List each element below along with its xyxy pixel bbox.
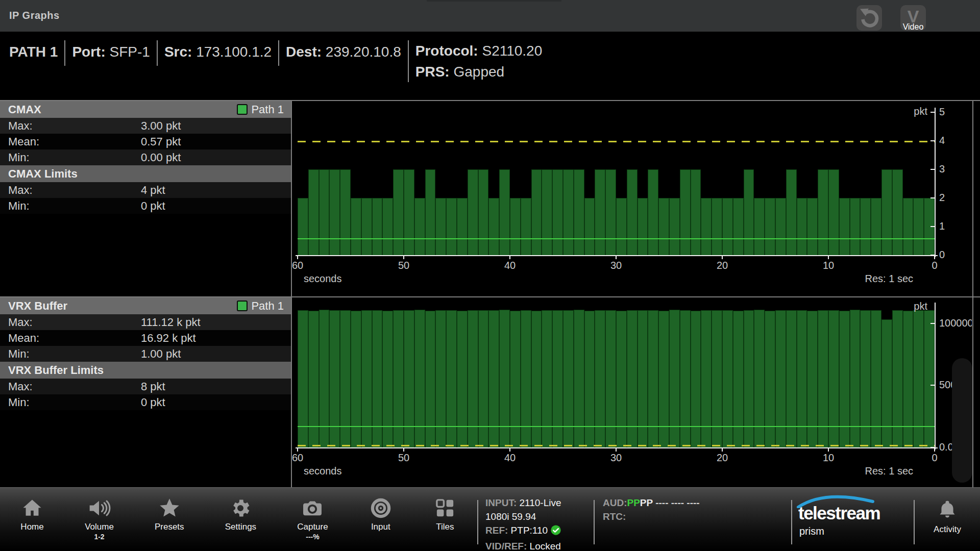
- bar: [828, 169, 839, 255]
- x-tick: [934, 256, 935, 259]
- resolution-label: Res: 1 sec: [853, 465, 913, 477]
- stat-row: Min:0.00 pkt: [0, 149, 291, 165]
- bar: [298, 198, 308, 255]
- stat-label: Min:: [8, 151, 30, 164]
- toolbar-item-capture[interactable]: Capture---%: [297, 497, 328, 551]
- x-tick: [509, 256, 510, 259]
- y-tick-label: 2: [939, 192, 972, 204]
- video-button-label: Video: [903, 22, 924, 32]
- toolbar-item-home[interactable]: Home: [20, 497, 44, 551]
- ref-value: PTP:110: [511, 525, 548, 536]
- path-tag-label: Path 1: [251, 297, 284, 314]
- y-axis: [935, 108, 936, 257]
- bar: [468, 169, 478, 255]
- cmax-tile[interactable]: CMAX Path 1 Max:3.00 pkt Mean:0.57 pkt M…: [0, 101, 980, 297]
- bottom-toolbar: HomeVolume1-2PresetsSettingsCapture---%I…: [0, 487, 980, 551]
- y-tick-label: 1: [939, 220, 972, 232]
- prs-value: Gapped: [453, 64, 504, 80]
- video-button[interactable]: V Video: [900, 5, 926, 31]
- stat-value: 0.57 pkt: [141, 134, 181, 149]
- stat-label: Min:: [8, 396, 30, 409]
- toolbar-item-tiles[interactable]: Tiles: [433, 497, 457, 551]
- scrollbar-thumb[interactable]: [952, 358, 972, 483]
- vrx-buffer-chart[interactable]: 100000.050000.00.0pkt6050403020100second…: [292, 297, 980, 487]
- stat-value: 8 pkt: [141, 379, 165, 394]
- x-tick: [403, 448, 404, 452]
- x-axis: [296, 255, 938, 256]
- toolbar-item-presets[interactable]: Presets: [155, 497, 184, 551]
- bar: [691, 169, 701, 255]
- toolbar-item-label: Volume: [85, 522, 114, 532]
- x-tick-label: 60: [292, 260, 313, 271]
- x-axis-title: seconds: [304, 273, 342, 285]
- x-tick: [403, 256, 404, 259]
- y-tick: [930, 323, 935, 324]
- prs-label: PRS:: [415, 64, 450, 80]
- vrx-title: VRX Buffer: [8, 297, 67, 314]
- stat-value: 0 pkt: [141, 198, 165, 214]
- x-tick: [828, 448, 829, 452]
- stat-label: Mean:: [8, 332, 39, 344]
- stat-value: 1.00 pkt: [141, 346, 181, 362]
- stat-row: Mean:0.57 pkt: [0, 134, 291, 149]
- y-tick: [930, 197, 935, 198]
- toolbar-item-sublabel: 1-2: [85, 533, 114, 541]
- toolbar-item-volume[interactable]: Volume1-2: [85, 497, 114, 551]
- x-tick-label: 10: [813, 260, 844, 271]
- aud-line: AUD:PPPP ---- ---- ----: [603, 496, 786, 510]
- reset-icon: [856, 23, 882, 32]
- x-tick-label: 30: [601, 260, 631, 271]
- bar: [818, 169, 828, 255]
- cmax-stats-panel: CMAX Path 1 Max:3.00 pkt Mean:0.57 pkt M…: [0, 101, 292, 296]
- stat-row: Max:3.00 pkt: [0, 118, 291, 134]
- capture-icon: [297, 497, 328, 520]
- bar: [712, 198, 722, 255]
- telestream-logo: telestream prism: [792, 488, 914, 551]
- bar: [605, 169, 616, 255]
- x-tick: [297, 256, 298, 259]
- titlebar-notch: [427, 0, 561, 2]
- y-tick: [930, 169, 935, 170]
- stat-value: 111.12 k pkt: [141, 314, 201, 330]
- bar: [701, 198, 712, 255]
- content-area: CMAX Path 1 Max:3.00 pkt Mean:0.57 pkt M…: [0, 100, 980, 488]
- y-tick-label: 3: [939, 163, 972, 175]
- path-status-icon: [237, 300, 248, 311]
- bar: [765, 198, 775, 255]
- unit-label: pkt: [889, 106, 927, 117]
- x-tick-label: 40: [495, 260, 525, 271]
- toolbar-item-label: Presets: [155, 522, 184, 532]
- vrx-buffer-tile[interactable]: VRX Buffer Path 1 Max:111.12 k pkt Mean:…: [0, 297, 980, 488]
- y-tick: [930, 140, 935, 141]
- tiles-icon: [433, 497, 457, 520]
- stat-row: Min:0 pkt: [0, 198, 291, 214]
- toolbar-item-input[interactable]: Input: [369, 497, 393, 551]
- toolbar-item-settings[interactable]: Settings: [225, 497, 256, 551]
- bar: [733, 198, 744, 255]
- x-tick: [934, 448, 935, 452]
- stat-label: Min:: [8, 199, 30, 212]
- stat-row: Mean:16.92 k pkt: [0, 330, 291, 346]
- x-tick: [297, 448, 298, 452]
- unit-label: pkt: [889, 300, 927, 312]
- cmax-title: CMAX: [8, 101, 41, 118]
- cmax-chart[interactable]: 543210pkt6050403020100secondsRes: 1 sec: [292, 101, 980, 296]
- bar: [722, 198, 733, 255]
- x-tick-label: 50: [388, 452, 419, 464]
- y-tick-label: 0: [939, 249, 972, 261]
- stat-label: Mean:: [8, 135, 39, 148]
- src-label: Src:: [164, 44, 192, 60]
- activity-button[interactable]: Activity: [915, 488, 980, 551]
- y-tick-label: 4: [939, 135, 972, 146]
- reset-button[interactable]: [856, 5, 882, 31]
- dest-value: 239.20.10.8: [326, 44, 401, 60]
- bar: [850, 198, 861, 255]
- y-tick: [930, 226, 935, 227]
- stat-label: Min:: [8, 347, 30, 360]
- toolbar-item-label: Home: [20, 522, 44, 532]
- bar: [574, 169, 584, 255]
- dest-label: Dest:: [286, 44, 322, 60]
- aud-pp-white: PP: [640, 497, 653, 508]
- x-axis: [296, 447, 938, 448]
- bar: [680, 169, 691, 255]
